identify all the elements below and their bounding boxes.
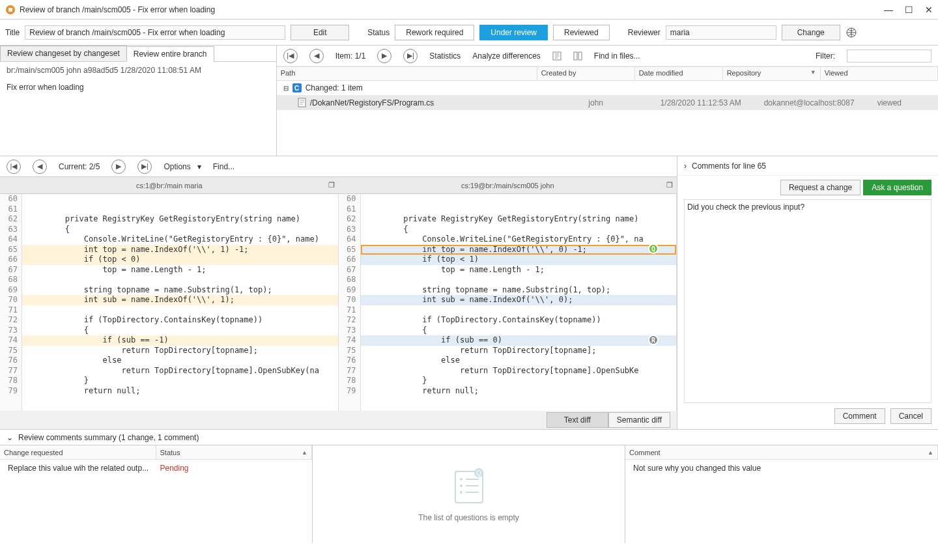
- chevron-down-icon[interactable]: ⌄: [7, 433, 13, 442]
- col-date-modified[interactable]: Date modified: [635, 67, 723, 80]
- last-icon[interactable]: ▶|: [403, 49, 418, 63]
- svg-rect-4: [578, 52, 582, 60]
- tab-entire-branch[interactable]: Review entire branch: [126, 46, 214, 62]
- status-label: Status: [367, 28, 390, 37]
- svg-rect-3: [574, 52, 577, 60]
- diff-header-right: cs:19@br:/main/scm005 john❐: [339, 177, 677, 194]
- reviewer-field[interactable]: maria: [666, 25, 776, 40]
- comment-button[interactable]: Comment: [834, 408, 885, 424]
- statistics-link[interactable]: Statistics: [429, 51, 461, 61]
- cancel-button[interactable]: Cancel: [890, 408, 931, 424]
- changed-badge-icon: C: [292, 83, 302, 92]
- item-counter: Item: 1/1: [335, 51, 366, 61]
- close-icon[interactable]: ✕: [925, 5, 933, 15]
- change-requested-panel: Change requested Status▲ Replace this va…: [0, 445, 313, 543]
- diff-prev-icon[interactable]: ◀: [33, 160, 47, 174]
- popout-icon[interactable]: ❐: [328, 181, 335, 189]
- col-repository[interactable]: Repository▼: [723, 67, 821, 80]
- empty-list-icon: Q: [451, 466, 487, 505]
- ask-question-button[interactable]: Ask a question: [863, 180, 931, 195]
- sort-up-icon: ▲: [928, 449, 933, 456]
- changed-group-row[interactable]: ⊟ C Changed: 1 item: [277, 81, 938, 95]
- text-diff-button[interactable]: Text diff: [547, 412, 608, 428]
- status-under-review[interactable]: Under review: [479, 25, 548, 40]
- diff-header-left: cs:1@br:/main maria❐: [0, 177, 339, 194]
- diff-current: Current: 2/5: [59, 162, 100, 171]
- filter-input[interactable]: [847, 49, 931, 63]
- window-title: Review of branch /main/scm005 - Fix erro…: [20, 5, 215, 14]
- diff-next-icon[interactable]: ▶: [111, 160, 126, 174]
- summary-label: Review comments summary (1 change, 1 com…: [18, 433, 199, 442]
- analyze-icon[interactable]: [552, 51, 561, 61]
- svg-point-7: [460, 478, 462, 481]
- analyze-link[interactable]: Analyze differences: [472, 51, 541, 61]
- questions-panel: Q The list of questions is empty: [313, 445, 625, 543]
- svg-point-8: [460, 484, 462, 487]
- comment-textarea[interactable]: Did you check the previous input?: [684, 199, 931, 403]
- request-badge-icon[interactable]: R: [648, 335, 659, 345]
- status-reviewed[interactable]: Reviewed: [553, 25, 610, 40]
- find-in-files-link[interactable]: Find in files...: [594, 51, 640, 61]
- branch-description: Fix error when loading: [0, 79, 276, 96]
- find-link[interactable]: Find...: [213, 162, 234, 171]
- col-path[interactable]: Path: [277, 67, 537, 80]
- app-icon: [5, 5, 16, 15]
- col-created-by[interactable]: Created by: [537, 67, 635, 80]
- col-status[interactable]: Status▲: [156, 445, 313, 459]
- semantic-diff-button[interactable]: Semantic diff: [608, 412, 670, 428]
- question-badge-icon[interactable]: Q: [648, 244, 659, 254]
- diff-last-icon[interactable]: ▶|: [137, 160, 152, 174]
- collapse-icon[interactable]: ⊟: [283, 85, 289, 92]
- first-icon[interactable]: |◀: [283, 49, 298, 63]
- file-row[interactable]: /DokanNet/RegistoryFS/Program.cs john 1/…: [277, 95, 938, 110]
- maximize-icon[interactable]: ☐: [905, 5, 913, 15]
- svg-point-9: [460, 491, 462, 494]
- branch-info: br:/main/scm005 john a98ad5d5 1/28/2020 …: [0, 62, 276, 79]
- comments-header: Comments for line 65: [692, 161, 766, 171]
- prev-icon[interactable]: ◀: [309, 49, 324, 63]
- request-change-button[interactable]: Request a change: [780, 180, 860, 195]
- col-comment[interactable]: Comment▲: [625, 445, 938, 459]
- next-icon[interactable]: ▶: [377, 49, 391, 63]
- filter-label: Filter:: [816, 51, 835, 61]
- title-field[interactable]: Review of branch /main/scm005 - Fix erro…: [25, 25, 285, 40]
- file-icon: [298, 98, 306, 107]
- change-request-row[interactable]: Replace this value wih the related outp.…: [0, 460, 312, 477]
- comment-panel: Comment▲ Not sure why you changed this v…: [625, 445, 938, 543]
- left-pane[interactable]: 6061626364656667686970717273747576777879…: [0, 194, 339, 411]
- right-pane[interactable]: 6061626364656667686970717273747576777879…: [339, 194, 677, 411]
- svg-text:Q: Q: [476, 469, 481, 477]
- chevron-right-icon[interactable]: ›: [684, 161, 687, 171]
- tab-by-changeset[interactable]: Review changeset by changeset: [0, 46, 127, 61]
- col-change-requested[interactable]: Change requested: [0, 445, 156, 459]
- edit-button[interactable]: Edit: [291, 25, 349, 40]
- sort-up-icon: ▲: [302, 449, 307, 456]
- globe-icon[interactable]: [846, 27, 857, 38]
- change-button[interactable]: Change: [782, 25, 840, 40]
- title-label: Title: [5, 28, 20, 37]
- minimize-icon[interactable]: —: [884, 5, 893, 15]
- col-viewed[interactable]: Viewed: [821, 67, 938, 80]
- popout-icon[interactable]: ❐: [666, 181, 673, 189]
- comment-row[interactable]: Not sure why you changed this value: [625, 460, 938, 477]
- diff-first-icon[interactable]: |◀: [7, 160, 21, 174]
- sort-down-icon: ▼: [810, 69, 816, 78]
- analyze-icon-2[interactable]: [573, 51, 582, 61]
- status-rework[interactable]: Rework required: [395, 25, 474, 40]
- reviewer-label: Reviewer: [628, 28, 661, 37]
- options-dropdown[interactable]: Options ▾: [163, 162, 201, 171]
